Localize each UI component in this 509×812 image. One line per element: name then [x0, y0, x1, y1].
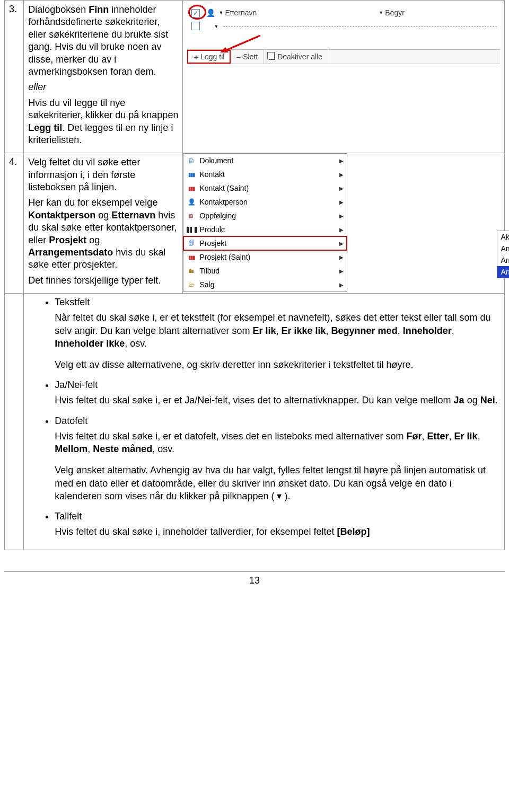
step-3-text: Dialogboksen Finn inneholder forhåndsdef… — [24, 1, 183, 153]
step-4-screenshot: 🗎Dokument▶▮▮▮Kontakt▶▮▮▮Kontakt (Saint)▶… — [183, 153, 505, 294]
submenu-arrow-icon: ▶ — [339, 254, 344, 260]
criteria-row-2: ▼ — [187, 20, 500, 33]
triangle-down-icon: ▼ — [218, 10, 223, 15]
triangle-down-icon[interactable]: ▼ — [214, 24, 218, 29]
empty-criteria-line — [223, 27, 497, 27]
checkbox-empty[interactable] — [191, 22, 200, 30]
menu-item-tilbud[interactable]: 🖿Tilbud▶ — [183, 264, 347, 278]
step-number-3: 3. — [5, 1, 24, 153]
deactivate-icon — [269, 54, 275, 60]
svg-line-0 — [223, 36, 260, 51]
menu-item-kontaktsaint[interactable]: ▮▮▮Kontakt (Saint)▶ — [183, 181, 347, 195]
clock-icon: ⦻ — [187, 212, 196, 219]
submenu-item[interactable]: Arrangement — [497, 254, 509, 266]
step-3-screenshot: ✓ 👤 ▼ Etternavn ▼ Begyr ▼ — [183, 1, 505, 153]
menu-item-salg[interactable]: 🗁Salg▶ — [183, 278, 347, 292]
bullet-tekstfelt: Tekstfelt — [55, 297, 500, 308]
menu-item-prosjekt[interactable]: 🗐Prosjekt▶ — [183, 236, 347, 250]
submenu-arrow-icon: ▶ — [339, 186, 344, 191]
criteria-row-1: ✓ 👤 ▼ Etternavn ▼ Begyr — [187, 6, 500, 20]
menu-item-produkt[interactable]: ▐▌▌▐▌Produkt▶ — [183, 223, 347, 236]
plus-icon: + — [194, 52, 198, 61]
barcode-icon: ▐▌▌▐▌ — [187, 227, 196, 233]
menu-item-kontaktperson[interactable]: 👤Kontaktperson▶ — [183, 195, 347, 209]
bullet-tallfelt: Tallfelt — [55, 511, 500, 522]
menu-item-prosjektsaint[interactable]: ▮▮▮Prosjekt (Saint)▶ — [183, 250, 347, 264]
field-dropdown[interactable]: ▼ Etternavn — [218, 8, 257, 17]
operator-dropdown[interactable]: ▼ Begyr — [379, 8, 405, 17]
menu-item-kontakt[interactable]: ▮▮▮Kontakt▶ — [183, 167, 347, 181]
menu-item-oppflging[interactable]: ⦻Oppfølging▶ — [183, 209, 347, 223]
submenu-item[interactable]: Aktiv ERP Sync — [497, 231, 509, 243]
tilbud-icon: 🖿 — [187, 267, 196, 275]
minus-icon: − — [236, 52, 241, 61]
checkbox-checked[interactable]: ✓ — [191, 9, 200, 17]
bars-icon: ▮▮▮ — [187, 172, 196, 178]
red-arrow-icon — [219, 33, 261, 52]
deaktiver-alle-button[interactable]: Deaktiver alle — [264, 50, 328, 64]
bullet-datofelt: Datofelt — [55, 416, 500, 427]
page-number: 13 — [4, 571, 505, 586]
content-table: 3. Dialogboksen Finn inneholder forhånds… — [4, 0, 505, 550]
submenu-item[interactable]: Andre grupper — [497, 243, 509, 254]
field-type-menu: 🗎Dokument▶▮▮▮Kontakt▶▮▮▮Kontakt (Saint)▶… — [183, 153, 347, 292]
submenu-arrow-icon: ▶ — [339, 199, 344, 205]
step-number-4: 4. — [5, 153, 24, 294]
bullet-janei: Ja/Nei-felt — [55, 379, 500, 391]
bars-r-icon: ▮▮▮ — [187, 186, 196, 191]
field-types-description: Tekstfelt Når feltet du skal søke i, er … — [24, 294, 505, 550]
submenu-arrow-icon: ▶ — [339, 213, 344, 219]
person-icon: 👤 — [187, 198, 196, 206]
bars-r-icon: ▮▮▮ — [187, 254, 196, 260]
person-icon: 👤 — [206, 8, 215, 17]
salg-icon: 🗁 — [187, 281, 196, 288]
prosj-icon: 🗐 — [187, 240, 196, 247]
menu-item-dokument[interactable]: 🗎Dokument▶ — [183, 154, 347, 167]
submenu-arrow-icon: ▶ — [339, 282, 344, 288]
submenu-arrow-icon: ▶ — [339, 158, 344, 164]
submenu-item[interactable]: Arrangementsdato — [497, 266, 509, 278]
submenu-arrow-icon: ▶ — [339, 241, 344, 246]
submenu-arrow-icon: ▶ — [339, 227, 344, 233]
step-4-text: Velg feltet du vil søke etter informasjo… — [24, 153, 183, 294]
submenu-arrow-icon: ▶ — [339, 172, 344, 178]
submenu-arrow-icon: ▶ — [339, 268, 344, 274]
triangle-down-icon: ▼ — [379, 10, 383, 15]
doc-icon: 🗎 — [187, 157, 196, 165]
prosjekt-submenu: Aktiv ERP SyncAndre grupperArrangementAr… — [497, 231, 509, 278]
